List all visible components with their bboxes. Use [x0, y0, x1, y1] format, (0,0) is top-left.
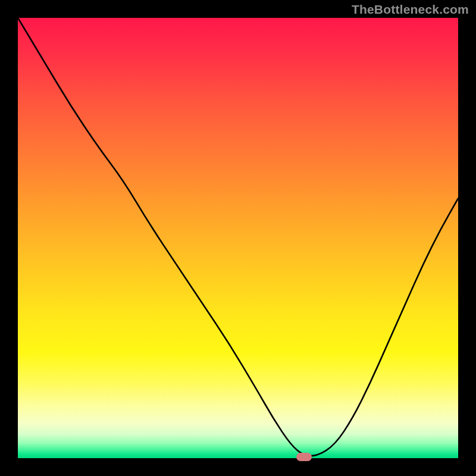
- watermark-text: TheBottleneck.com: [352, 2, 469, 17]
- optimum-marker: [296, 453, 312, 461]
- bottleneck-curve: [18, 18, 458, 458]
- curve-path: [18, 18, 458, 456]
- chart-container: TheBottleneck.com: [0, 0, 476, 476]
- plot-area: [18, 18, 458, 458]
